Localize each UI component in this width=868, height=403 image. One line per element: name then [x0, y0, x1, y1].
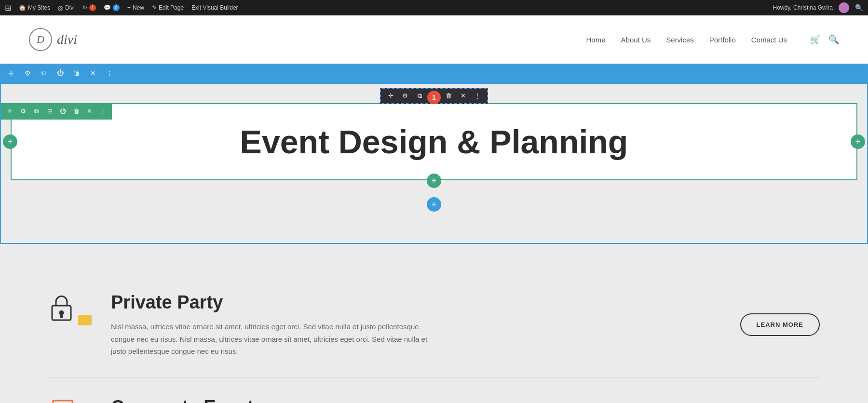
module-move-btn[interactable]: ✛	[386, 91, 395, 101]
add-col-right-btn[interactable]: +	[851, 134, 865, 149]
nav-icons: 🛒 🔍	[810, 34, 839, 45]
nav-contact-us[interactable]: Contact Us	[751, 36, 787, 44]
admin-bar-right: Howdy, Christina Gwira 🔍	[773, 2, 863, 13]
service-corporate-events: Corporate Events	[48, 377, 820, 403]
updates-icon: ↻	[82, 4, 87, 11]
row-container: ✛ ⚙ ⧉ ⊟ ⏻ 🗑 ✕ ⋮ + + ✛ ⚙ ⧉ ⏻ 🗑	[1, 103, 867, 180]
new-item[interactable]: + New	[127, 4, 144, 11]
edit-page-label: Edit Page	[159, 4, 184, 11]
updates-item[interactable]: ↻ 1	[82, 4, 96, 11]
new-label: New	[133, 4, 144, 11]
nav-home[interactable]: Home	[586, 36, 606, 44]
logo[interactable]: D divi	[29, 28, 77, 51]
comments-badge: 0	[113, 4, 120, 11]
module-close-btn[interactable]: ✕	[458, 91, 468, 101]
main-content: ✛ ⚙ ⧉ ⏻ 🗑 ✕ ⋮ 1 ✛ ⚙ ⧉ ⊟ ⏻ 🗑 ✕ ⋮	[0, 64, 868, 403]
my-sites-label: My Sites	[28, 4, 50, 11]
section-settings-btn[interactable]: ⚙	[22, 68, 33, 79]
corporate-events-title: Corporate Events	[111, 397, 820, 403]
exit-vb-label: Exit Visual Builder	[191, 4, 238, 11]
admin-search-icon[interactable]: 🔍	[855, 4, 863, 12]
section-duplicate-btn[interactable]: ⧉	[39, 68, 49, 79]
add-module-btn[interactable]: +	[427, 174, 441, 188]
logo-letter: D	[37, 33, 44, 46]
row-more-btn[interactable]: ⋮	[99, 107, 108, 116]
private-party-description: Nisl massa, ultrices vitae ornare sit am…	[111, 321, 429, 358]
row-enable-btn[interactable]: ⏻	[59, 107, 68, 116]
avatar[interactable]	[839, 2, 849, 13]
divi-icon: ◎	[58, 4, 63, 12]
edit-page-item[interactable]: ✎ Edit Page	[152, 4, 184, 11]
row-delete-btn[interactable]: 🗑	[72, 107, 81, 116]
site-name-item[interactable]: ◎ Divi	[58, 4, 75, 12]
corporate-events-content: Corporate Events	[111, 397, 820, 403]
row-toolbar: ✛ ⚙ ⧉ ⊟ ⏻ 🗑 ✕ ⋮	[1, 103, 112, 120]
lock-icon	[48, 292, 75, 323]
add-col-left-btn[interactable]: +	[3, 134, 17, 149]
section-number-badge: 1	[427, 91, 441, 104]
svg-rect-2	[60, 315, 63, 318]
site-nav: Home About Us Services Portfolio Contact…	[586, 34, 839, 45]
services-section: Private Party Nisl massa, ultrices vitae…	[0, 244, 868, 403]
admin-bar: ⊞ 🏠 My Sites ◎ Divi ↻ 1 💬 0 + New ✎ Edit…	[0, 0, 868, 15]
section-enable-btn[interactable]: ⏻	[55, 68, 66, 79]
svg-point-1	[59, 310, 64, 315]
comments-item[interactable]: 💬 0	[104, 4, 120, 11]
row-duplicate-btn[interactable]: ⧉	[32, 107, 41, 116]
site-name-label: Divi	[65, 4, 75, 11]
wp-logo-item[interactable]: ⊞	[5, 3, 11, 13]
module-settings-btn[interactable]: ⚙	[400, 91, 410, 101]
section-hero: 1 ✛ ⚙ ⧉ ⊟ ⏻ 🗑 ✕ ⋮ + + ✛ ⚙	[0, 83, 868, 244]
private-party-icon-wrap	[48, 292, 92, 325]
logo-text: divi	[57, 32, 77, 47]
edit-icon: ✎	[152, 4, 157, 11]
nav-about-us[interactable]: About Us	[621, 36, 651, 44]
add-row-btn[interactable]: +	[427, 197, 441, 212]
section-delete-btn[interactable]: 🗑	[71, 68, 82, 79]
cart-icon[interactable]: 🛒	[810, 34, 821, 45]
nav-services[interactable]: Services	[666, 36, 694, 44]
trophy-icon	[48, 397, 77, 403]
corporate-events-icon-wrap	[48, 397, 92, 403]
comments-icon: 💬	[104, 4, 111, 11]
logo-circle: D	[29, 28, 52, 51]
wp-icon: ⊞	[5, 3, 11, 13]
row-outlined: + + ✛ ⚙ ⧉ ⏻ 🗑 ✕ ⋮ Event Design & Plannin…	[11, 103, 857, 180]
nav-portfolio[interactable]: Portfolio	[709, 36, 736, 44]
section-close-btn[interactable]: ✕	[88, 68, 98, 79]
sites-icon: 🏠	[19, 4, 26, 11]
lock-yellow-decoration	[78, 315, 92, 325]
row-columns-btn[interactable]: ⊟	[46, 107, 54, 116]
updates-badge: 1	[89, 4, 96, 11]
exit-vb-item[interactable]: Exit Visual Builder	[191, 4, 238, 11]
module-delete-btn[interactable]: 🗑	[444, 91, 453, 101]
row-settings-btn[interactable]: ⚙	[19, 107, 28, 116]
my-sites-item[interactable]: 🏠 My Sites	[19, 4, 50, 11]
private-party-content: Private Party Nisl massa, ultrices vitae…	[111, 292, 721, 358]
howdy-text: Howdy, Christina Gwira	[773, 4, 833, 11]
row-close-btn[interactable]: ✕	[85, 107, 94, 116]
site-header: D divi Home About Us Services Portfolio …	[0, 15, 868, 64]
row-move-btn[interactable]: ✛	[6, 107, 14, 116]
new-icon: +	[127, 4, 131, 11]
section-move-btn[interactable]: ✛	[6, 68, 16, 79]
hero-heading: Event Design & Planning	[211, 105, 657, 179]
service-private-party: Private Party Nisl massa, ultrices vitae…	[48, 273, 820, 377]
private-party-learn-more-btn[interactable]: LEARN MORE	[740, 313, 820, 336]
section-toolbar: ✛ ⚙ ⧉ ⏻ 🗑 ✕ ⋮	[0, 64, 868, 83]
module-duplicate-btn[interactable]: ⧉	[415, 91, 424, 101]
private-party-title: Private Party	[111, 292, 721, 313]
section-more-btn[interactable]: ⋮	[104, 68, 115, 79]
search-icon[interactable]: 🔍	[828, 34, 839, 45]
module-more-btn[interactable]: ⋮	[473, 91, 482, 101]
